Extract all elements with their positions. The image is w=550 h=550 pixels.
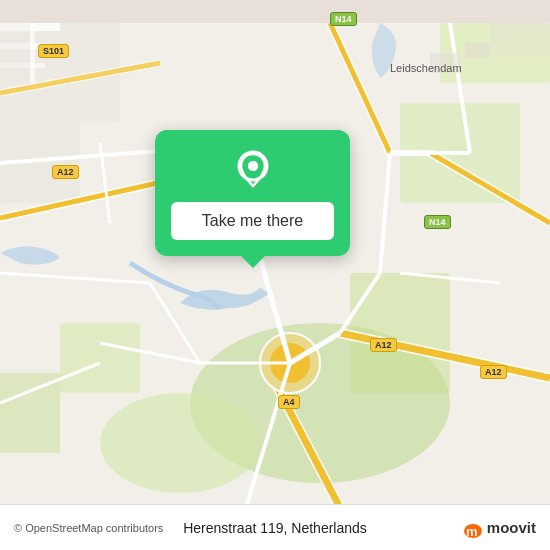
address-label: Herenstraat 119, Netherlands — [183, 520, 367, 536]
svg-rect-4 — [350, 273, 450, 393]
svg-rect-49 — [490, 23, 550, 53]
bottom-bar: © OpenStreetMap contributors Herenstraat… — [0, 504, 550, 550]
svg-rect-6 — [0, 373, 60, 453]
map-container: S101 A12 A12 A12 A4 N14 N14 Leidschendam… — [0, 0, 550, 550]
moovit-text: moovit — [487, 519, 536, 536]
svg-rect-48 — [465, 43, 490, 58]
a4-badge: A4 — [278, 395, 300, 409]
a12-far-badge: A12 — [480, 365, 507, 379]
svg-point-3 — [100, 393, 260, 493]
n14-top-badge: N14 — [330, 12, 357, 26]
svg-text:m: m — [466, 524, 478, 539]
a12-right-badge: A12 — [370, 338, 397, 352]
svg-rect-47 — [430, 53, 460, 73]
moovit-logo-icon: m — [462, 517, 484, 539]
osm-attribution: © OpenStreetMap contributors — [14, 522, 163, 534]
location-pin-icon — [231, 148, 275, 192]
svg-rect-5 — [60, 323, 140, 393]
svg-point-52 — [248, 161, 258, 171]
svg-rect-46 — [0, 23, 30, 83]
n14-mid-badge: N14 — [424, 215, 451, 229]
moovit-logo: m moovit — [462, 517, 536, 539]
a12-left-badge: A12 — [52, 165, 79, 179]
take-me-there-button[interactable]: Take me there — [171, 202, 334, 240]
svg-rect-45 — [30, 23, 35, 83]
popup-card: Take me there — [155, 130, 350, 256]
s101-badge: S101 — [38, 44, 69, 58]
map-svg — [0, 0, 550, 550]
